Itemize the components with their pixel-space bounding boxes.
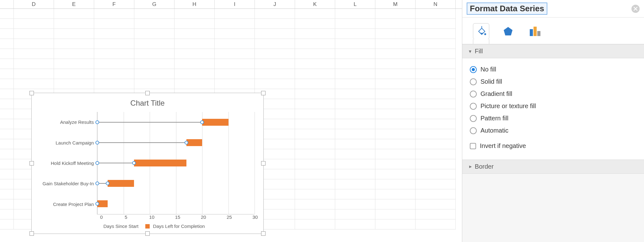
cell[interactable] bbox=[416, 169, 456, 179]
cell[interactable] bbox=[375, 69, 416, 79]
cell[interactable] bbox=[174, 39, 215, 49]
cell[interactable] bbox=[335, 69, 375, 79]
cell[interactable] bbox=[134, 9, 174, 19]
cell[interactable] bbox=[134, 19, 174, 29]
bar-segment-days-since-start[interactable] bbox=[97, 139, 186, 146]
cell[interactable] bbox=[335, 139, 375, 149]
cell[interactable] bbox=[335, 149, 375, 159]
cell[interactable] bbox=[416, 9, 456, 19]
cell[interactable] bbox=[335, 29, 375, 39]
cell[interactable] bbox=[416, 139, 456, 149]
cell[interactable] bbox=[94, 69, 134, 79]
plot[interactable] bbox=[97, 112, 255, 214]
cell[interactable] bbox=[375, 199, 416, 209]
bar-segment-days-since-start[interactable] bbox=[97, 180, 108, 187]
cell[interactable] bbox=[335, 79, 375, 89]
cell[interactable] bbox=[416, 159, 456, 169]
cell[interactable] bbox=[375, 19, 416, 29]
cell[interactable] bbox=[335, 199, 375, 209]
cell[interactable] bbox=[375, 29, 416, 39]
column-header-F[interactable]: F bbox=[94, 0, 134, 8]
cell[interactable] bbox=[295, 209, 335, 219]
cell[interactable] bbox=[54, 59, 94, 69]
cell[interactable] bbox=[335, 179, 375, 189]
cell[interactable] bbox=[255, 9, 295, 19]
resize-handle-mr[interactable] bbox=[261, 161, 266, 166]
cell[interactable] bbox=[215, 9, 255, 19]
cell[interactable] bbox=[295, 29, 335, 39]
cell[interactable] bbox=[416, 19, 456, 29]
cell[interactable] bbox=[335, 159, 375, 169]
cell[interactable] bbox=[295, 39, 335, 49]
cell[interactable] bbox=[375, 59, 416, 69]
resize-handle-tl[interactable] bbox=[30, 91, 34, 95]
cell[interactable] bbox=[174, 9, 215, 19]
cell[interactable] bbox=[14, 79, 54, 89]
cell[interactable] bbox=[295, 109, 335, 119]
column-header-N[interactable]: N bbox=[416, 0, 456, 8]
resize-handle-tr[interactable] bbox=[261, 91, 266, 95]
cell[interactable] bbox=[295, 89, 335, 99]
column-header-J[interactable]: J bbox=[255, 0, 295, 8]
cell[interactable] bbox=[215, 49, 255, 59]
cell[interactable] bbox=[375, 99, 416, 109]
tab-fill-and-line[interactable] bbox=[473, 23, 489, 39]
cell[interactable] bbox=[335, 19, 375, 29]
cell[interactable] bbox=[14, 59, 54, 69]
cell[interactable] bbox=[416, 69, 456, 79]
cell[interactable] bbox=[134, 29, 174, 39]
cell[interactable] bbox=[174, 29, 215, 39]
cell[interactable] bbox=[215, 39, 255, 49]
cell[interactable] bbox=[295, 139, 335, 149]
cell[interactable] bbox=[54, 39, 94, 49]
checkbox-invert-if-negative[interactable]: Invert if negative bbox=[470, 140, 636, 152]
cell[interactable] bbox=[54, 9, 94, 19]
panel-title[interactable]: Format Data Series bbox=[467, 3, 547, 15]
radio-gradient-fill[interactable]: Gradient fill bbox=[470, 88, 636, 100]
cell[interactable] bbox=[335, 9, 375, 19]
column-header-H[interactable]: H bbox=[174, 0, 215, 8]
cell[interactable] bbox=[416, 129, 456, 139]
radio-picture-texture-fill[interactable]: Picture or texture fill bbox=[470, 100, 636, 112]
cell[interactable] bbox=[375, 9, 416, 19]
resize-handle-bm[interactable] bbox=[145, 231, 150, 236]
cell[interactable] bbox=[174, 79, 215, 89]
section-header-border[interactable]: ▼ Border bbox=[462, 160, 644, 174]
bar-segment-days-left[interactable] bbox=[186, 139, 202, 146]
plot-area[interactable]: Analyze ResultsLaunch CampaignHold Kicko… bbox=[40, 112, 255, 214]
cell[interactable] bbox=[54, 49, 94, 59]
column-header-G[interactable]: G bbox=[134, 0, 174, 8]
column-header-E[interactable]: E bbox=[54, 0, 94, 8]
cell[interactable] bbox=[416, 149, 456, 159]
column-header-K[interactable]: K bbox=[295, 0, 335, 8]
cell[interactable] bbox=[335, 169, 375, 179]
embedded-chart[interactable]: Chart Title Analyze ResultsLaunch Campai… bbox=[31, 93, 264, 234]
cell[interactable] bbox=[134, 79, 174, 89]
cell[interactable] bbox=[94, 59, 134, 69]
resize-handle-ml[interactable] bbox=[30, 161, 34, 166]
cell[interactable] bbox=[375, 149, 416, 159]
tab-series-options[interactable] bbox=[527, 23, 543, 39]
cell[interactable] bbox=[215, 59, 255, 69]
cell[interactable] bbox=[335, 129, 375, 139]
radio-automatic[interactable]: Automatic bbox=[470, 124, 636, 137]
cell[interactable] bbox=[335, 59, 375, 69]
cell[interactable] bbox=[335, 119, 375, 129]
cell[interactable] bbox=[255, 59, 295, 69]
cell[interactable] bbox=[375, 189, 416, 199]
cell[interactable] bbox=[54, 69, 94, 79]
cell[interactable] bbox=[375, 109, 416, 119]
cell[interactable] bbox=[215, 79, 255, 89]
cell[interactable] bbox=[295, 199, 335, 209]
cell[interactable] bbox=[335, 219, 375, 229]
cell[interactable] bbox=[54, 29, 94, 39]
close-panel-button[interactable] bbox=[631, 5, 640, 13]
cell[interactable] bbox=[54, 79, 94, 89]
cell[interactable] bbox=[255, 79, 295, 89]
resize-handle-tm[interactable] bbox=[145, 91, 150, 95]
cell[interactable] bbox=[14, 39, 54, 49]
cell[interactable] bbox=[335, 209, 375, 219]
cell[interactable] bbox=[295, 129, 335, 139]
bar-segment-days-left[interactable] bbox=[134, 160, 186, 166]
cell[interactable] bbox=[335, 39, 375, 49]
